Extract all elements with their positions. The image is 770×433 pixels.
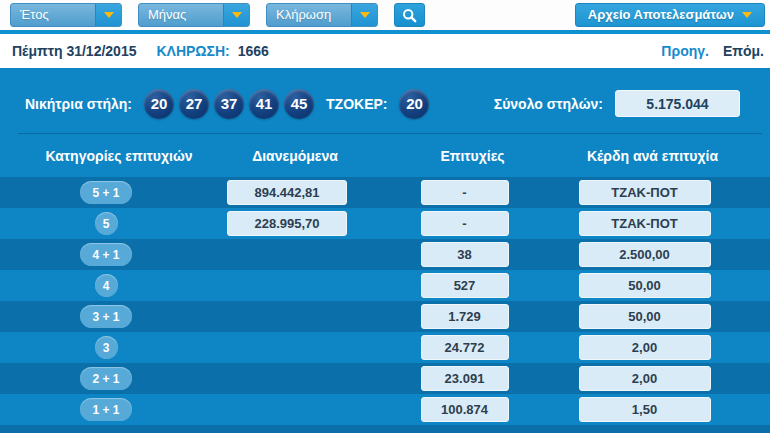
table-row: 5 228.995,70 - ΤΖΑΚ-ΠΟΤ (0, 208, 770, 239)
joker-label: ΤΖΟΚΕΡ: (326, 96, 387, 112)
columns-total-label: Σύνολο στηλών: (494, 96, 603, 112)
prize-value: ΤΖΑΚ-ΠΟΤ (579, 211, 711, 236)
toolbar: Έτος Μήνας Κλήρωση Αρχείο Αποτελεσμάτων (0, 0, 770, 30)
header-prize: Κέρδη ανά επιτυχία (575, 148, 730, 164)
draw-number-value: 1666 (238, 43, 269, 59)
month-dropdown-label: Μήνας (139, 4, 223, 26)
magnifier-icon (402, 8, 417, 23)
header-distributed: Διανεμόμενα (220, 148, 370, 164)
columns-total-value: 5.175.044 (615, 90, 740, 117)
distributed-value: 894.442,81 (227, 180, 347, 205)
winning-numbers-band: Νικήτρια στήλη: 2027374145 ΤΖΟΚΕΡ: 20 Σύ… (0, 68, 770, 133)
winning-numbers: 2027374145 (144, 89, 314, 119)
category-badge: 4 + 1 (80, 243, 132, 266)
draw-dropdown[interactable]: Κλήρωση (266, 3, 378, 27)
prize-value: 1,50 (579, 397, 711, 422)
draw-info-bar: Πέμπτη 31/12/2015 ΚΛΗΡΩΣΗ: 1666 Προηγ. Ε… (0, 34, 770, 68)
prize-value: 50,00 (579, 304, 711, 329)
prize-value: 50,00 (579, 273, 711, 298)
table-row: 5 + 1 894.442,81 - ΤΖΑΚ-ΠΟΤ (0, 177, 770, 208)
year-dropdown[interactable]: Έτος (10, 3, 122, 27)
results-table-header: Κατηγορίες επιτυχιών Διανεμόμενα Επιτυχί… (18, 133, 762, 177)
chevron-down-icon (223, 4, 249, 26)
previous-draw-link[interactable]: Προηγ. (661, 43, 709, 59)
year-dropdown-label: Έτος (11, 4, 95, 26)
table-row: 1 + 1 100.874 1,50 (0, 394, 770, 425)
joker-results-app: Έτος Μήνας Κλήρωση Αρχείο Αποτελεσμάτων … (0, 0, 770, 433)
winning-number-ball: 27 (179, 89, 209, 119)
prize-value: 2,00 (579, 335, 711, 360)
winning-number-ball: 45 (284, 89, 314, 119)
archive-results-button[interactable]: Αρχείο Αποτελεσμάτων (575, 3, 765, 27)
archive-results-label: Αρχείο Αποτελεσμάτων (588, 4, 734, 26)
winners-value: - (421, 180, 509, 205)
table-row: 4 + 1 38 2.500,00 (0, 239, 770, 270)
table-row: 3 24.772 2,00 (0, 332, 770, 363)
category-badge: 5 (95, 212, 118, 235)
table-row: 3 + 1 1.729 50,00 (0, 301, 770, 332)
category-badge: 4 (95, 274, 118, 297)
winning-number-ball: 41 (249, 89, 279, 119)
category-badge: 3 (95, 336, 118, 359)
chevron-down-icon (95, 4, 121, 26)
prize-value: 2.500,00 (579, 242, 711, 267)
table-row: 4 527 50,00 (0, 270, 770, 301)
month-dropdown[interactable]: Μήνας (138, 3, 250, 27)
header-categories: Κατηγορίες επιτυχιών (18, 148, 220, 164)
winners-value: 1.729 (421, 304, 509, 329)
winners-value: 527 (421, 273, 509, 298)
prize-value: 2,00 (579, 366, 711, 391)
table-row: 2 + 1 23.091 2,00 (0, 363, 770, 394)
next-row-edge (0, 425, 770, 433)
header-winners: Επιτυχίες (370, 148, 575, 164)
winners-value: - (421, 211, 509, 236)
chevron-down-icon (742, 12, 752, 18)
chevron-down-icon (351, 4, 377, 26)
winners-value: 38 (421, 242, 509, 267)
winning-number-ball: 37 (214, 89, 244, 119)
category-badge: 2 + 1 (80, 367, 132, 390)
prize-value: ΤΖΑΚ-ΠΟΤ (579, 180, 711, 205)
category-badge: 5 + 1 (80, 181, 132, 204)
results-table-body: 5 + 1 894.442,81 - ΤΖΑΚ-ΠΟΤ 5 228.995,70… (0, 177, 770, 425)
winners-value: 24.772 (421, 335, 509, 360)
draw-number-label: ΚΛΗΡΩΣΗ: (156, 43, 229, 59)
winners-value: 23.091 (421, 366, 509, 391)
draw-date: Πέμπτη 31/12/2015 (12, 43, 136, 59)
draw-dropdown-label: Κλήρωση (267, 4, 351, 26)
winning-column-label: Νικήτρια στήλη: (25, 96, 132, 112)
search-button[interactable] (394, 3, 425, 27)
category-badge: 1 + 1 (80, 398, 132, 421)
joker-number-ball: 20 (399, 89, 429, 119)
next-draw-link[interactable]: Επόμ. (723, 43, 764, 59)
winning-number-ball: 20 (144, 89, 174, 119)
winners-value: 100.874 (421, 397, 509, 422)
category-badge: 3 + 1 (80, 305, 132, 328)
distributed-value: 228.995,70 (227, 211, 347, 236)
